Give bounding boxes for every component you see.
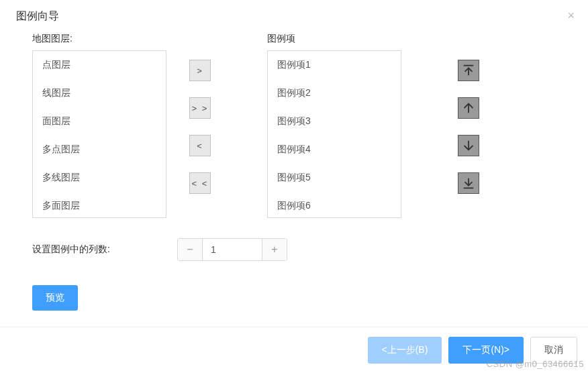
list-item[interactable]: 点图层	[33, 51, 166, 79]
list-item[interactable]: 图例项1	[268, 51, 401, 79]
legend-items-listbox[interactable]: 图例项1 图例项2 图例项3 图例项4 图例项5 图例项6	[267, 50, 401, 218]
move-bottom-button[interactable]	[458, 172, 479, 194]
list-item[interactable]: 多面图层	[33, 192, 166, 218]
add-button[interactable]: >	[189, 60, 211, 81]
remove-all-button[interactable]: < <	[189, 172, 211, 194]
list-item[interactable]: 线图层	[33, 79, 166, 107]
cancel-button[interactable]: 取消	[530, 337, 577, 364]
order-buttons	[442, 33, 495, 194]
list-item[interactable]: 多点图层	[33, 136, 166, 164]
move-up-button[interactable]	[458, 97, 479, 119]
modal-header: 图例向导 ×	[0, 0, 588, 33]
transfer-buttons: > > > < < <	[166, 33, 234, 194]
columns-stepper: − +	[177, 238, 287, 261]
stepper-plus-button[interactable]: +	[262, 239, 287, 260]
map-layers-listbox[interactable]: 点图层 线图层 面图层 多点图层 多线图层 多面图层	[32, 50, 166, 218]
columns-input[interactable]	[202, 239, 262, 260]
modal-footer: <上一步(B) 下一页(N)> 取消	[0, 327, 588, 373]
list-item[interactable]: 图例项5	[268, 164, 401, 192]
remove-button[interactable]: <	[189, 135, 211, 156]
move-top-button[interactable]	[458, 60, 479, 81]
list-item[interactable]: 面图层	[33, 107, 166, 136]
next-button[interactable]: 下一页(N)>	[448, 337, 524, 364]
legend-items-column: 图例项 图例项1 图例项2 图例项3 图例项4 图例项5 图例项6	[267, 33, 401, 218]
columns-setting-row: 设置图例中的列数: − +	[32, 238, 556, 261]
move-bottom-icon	[461, 176, 476, 191]
list-item[interactable]: 图例项4	[268, 136, 401, 164]
map-layers-label: 地图图层:	[32, 33, 166, 45]
stepper-minus-button[interactable]: −	[178, 239, 202, 260]
list-item[interactable]: 图例项2	[268, 79, 401, 107]
legend-items-label: 图例项	[267, 33, 401, 45]
list-item[interactable]: 图例项3	[268, 107, 401, 136]
prev-button[interactable]: <上一步(B)	[368, 337, 442, 364]
modal-body: 地图图层: 点图层 线图层 面图层 多点图层 多线图层 多面图层 > > > <…	[0, 33, 588, 321]
legend-wizard-modal: 图例向导 × 地图图层: 点图层 线图层 面图层 多点图层 多线图层 多面图层 …	[0, 0, 588, 373]
move-up-icon	[461, 101, 476, 115]
modal-title: 图例向导	[16, 9, 572, 23]
move-top-icon	[461, 63, 476, 78]
close-icon[interactable]: ×	[567, 9, 575, 21]
list-item[interactable]: 图例项6	[268, 192, 401, 218]
preview-button[interactable]: 预览	[32, 285, 78, 311]
list-item[interactable]: 多线图层	[33, 164, 166, 192]
add-all-button[interactable]: > >	[189, 97, 211, 119]
columns-setting-label: 设置图例中的列数:	[32, 244, 110, 256]
move-down-button[interactable]	[458, 135, 479, 156]
map-layers-column: 地图图层: 点图层 线图层 面图层 多点图层 多线图层 多面图层	[32, 33, 166, 218]
move-down-icon	[461, 138, 476, 153]
